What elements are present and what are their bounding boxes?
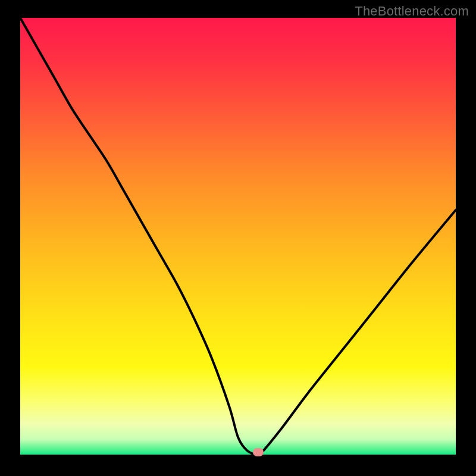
plot-area xyxy=(20,18,456,455)
gradient-background xyxy=(20,18,456,455)
optimum-marker xyxy=(253,448,264,456)
chart-frame: TheBottleneck.com xyxy=(0,0,476,476)
watermark-text: TheBottleneck.com xyxy=(355,4,469,19)
bottleneck-chart-svg xyxy=(20,18,456,455)
